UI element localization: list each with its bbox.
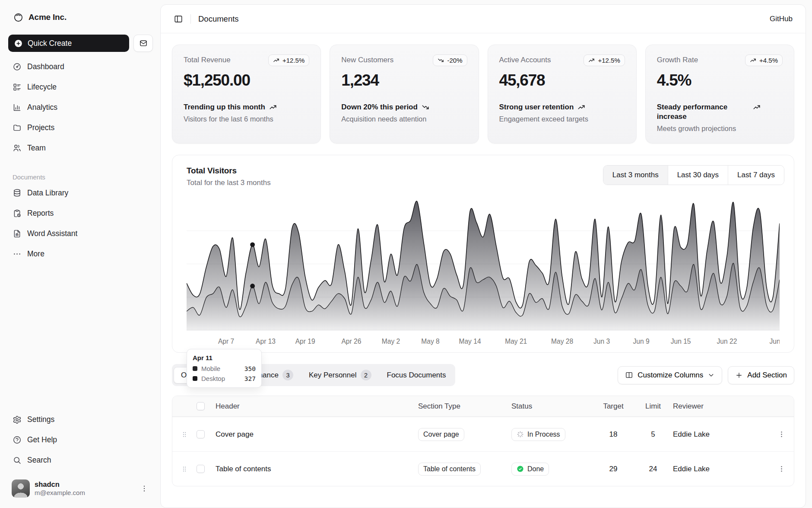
ellipsis-icon [13, 249, 22, 259]
sidebar-item-get-help[interactable]: Get Help [7, 431, 153, 449]
user-name: shadcn [35, 480, 85, 489]
sidebar-item-settings[interactable]: Settings [7, 411, 153, 428]
status-label: Done [527, 465, 544, 473]
limit-cell[interactable]: 5 [651, 430, 655, 439]
avatar [12, 479, 30, 498]
sidebar-item-label: Get Help [27, 435, 57, 444]
main-nav: Dashboard Lifecycle Analytics Projects T… [0, 58, 160, 157]
stat-value: 1,234 [341, 71, 467, 89]
trend-icon [588, 57, 595, 64]
plus-icon [735, 371, 743, 379]
inbox-button[interactable] [133, 35, 153, 52]
sidebar-item-label: Team [27, 144, 46, 153]
users-icon [13, 144, 22, 153]
stat-card-new-customers: New Customers -20% 1,234 Down 20% this p… [330, 45, 479, 144]
sidebar-item-label: More [27, 249, 44, 259]
trend-badge: +4.5% [745, 54, 783, 66]
stat-label: Active Accounts [499, 54, 551, 64]
row-checkbox[interactable] [197, 430, 205, 438]
stat-line1: Steady performance increase [657, 102, 749, 121]
sidebar-item-word-assistant[interactable]: w Word Assistant [7, 225, 153, 243]
table-row: Cover page Cover page In Process 18 5 Ed… [172, 417, 794, 451]
sidebar-item-projects[interactable]: Projects [7, 119, 153, 137]
svg-text:Jun 30: Jun 30 [770, 338, 780, 345]
target-cell[interactable]: 18 [609, 430, 618, 439]
tooltip-series-value: 327 [244, 375, 256, 382]
tab-key-personnel[interactable]: Key Personnel 2 [301, 366, 379, 384]
sidebar: Acme Inc. Quick Create Dashboard Lifecyc… [0, 0, 160, 508]
row-header-cell[interactable]: Cover page [216, 430, 418, 439]
trend-badge-value: +12.5% [598, 57, 620, 64]
table-header-row: Header Section Type Status Target Limit … [172, 396, 794, 417]
help-circle-icon [13, 435, 22, 444]
page-title: Documents [198, 14, 239, 24]
svg-text:Apr 26: Apr 26 [341, 338, 361, 345]
tooltip-series-name: Mobile [201, 365, 220, 372]
column-header: Status [511, 402, 593, 411]
status-badge: Done [511, 463, 549, 476]
range-last-3-months[interactable]: Last 3 months [603, 166, 668, 185]
svg-text:May 14: May 14 [459, 338, 481, 345]
sidebar-item-dashboard[interactable]: Dashboard [7, 58, 153, 76]
range-last-7-days[interactable]: Last 7 days [728, 166, 784, 185]
sidebar-item-label: Word Assistant [27, 229, 77, 238]
quick-create-button[interactable]: Quick Create [8, 35, 129, 52]
sidebar-item-more[interactable]: More [7, 245, 153, 263]
dots-vertical-icon[interactable] [140, 484, 149, 493]
footer-nav: Settings Get Help Search [0, 411, 160, 469]
chart-tooltip: Apr 11 Mobile 350 Desktop 327 [187, 349, 262, 388]
sidebar-toggle-button[interactable] [174, 14, 183, 24]
drag-handle-icon[interactable] [181, 431, 188, 438]
customize-columns-button[interactable]: Customize Columns [618, 366, 722, 384]
svg-text:w: w [16, 234, 18, 236]
range-last-30-days[interactable]: Last 30 days [668, 166, 728, 185]
svg-text:May 2: May 2 [382, 338, 400, 345]
database-icon [13, 189, 22, 198]
sidebar-item-data-library[interactable]: Data Library [7, 184, 153, 202]
svg-text:May 8: May 8 [421, 338, 439, 345]
visitors-area-chart[interactable]: Apr 7Apr 13Apr 19Apr 26May 2May 8May 14M… [187, 198, 780, 349]
status-label: In Process [527, 431, 560, 438]
sidebar-item-lifecycle[interactable]: Lifecycle [7, 78, 153, 96]
tab-focus-documents[interactable]: Focus Documents [380, 367, 454, 383]
column-header: Target [603, 402, 623, 411]
column-header: Section Type [418, 402, 511, 411]
sidebar-item-analytics[interactable]: Analytics [7, 99, 153, 116]
row-checkbox[interactable] [197, 465, 205, 473]
reviewer-cell[interactable]: Eddie Lake [673, 430, 769, 439]
trend-badge-value: -20% [447, 57, 462, 64]
status-badge: In Process [511, 428, 565, 441]
sidebar-item-label: Data Library [27, 189, 68, 198]
target-cell[interactable]: 29 [609, 465, 618, 473]
sidebar-item-search[interactable]: Search [7, 451, 153, 469]
user-email: m@example.com [35, 489, 85, 497]
customize-columns-label: Customize Columns [638, 371, 703, 380]
drag-handle-icon[interactable] [181, 465, 188, 473]
stat-value: $1,250.00 [184, 71, 309, 89]
stat-label: Total Revenue [184, 54, 231, 64]
stat-value: 4.5% [657, 71, 783, 89]
select-all-checkbox[interactable] [197, 402, 205, 410]
svg-text:Jun 9: Jun 9 [633, 338, 650, 345]
sidebar-item-team[interactable]: Team [7, 139, 153, 157]
add-section-button[interactable]: Add Section [728, 366, 794, 384]
row-header-cell[interactable]: Table of contents [216, 465, 418, 473]
github-link[interactable]: GitHub [770, 15, 793, 23]
svg-text:Jun 15: Jun 15 [671, 338, 691, 345]
status-icon [517, 465, 524, 473]
brand[interactable]: Acme Inc. [0, 6, 160, 26]
user-menu[interactable]: shadcn m@example.com [7, 476, 153, 501]
reviewer-cell[interactable]: Eddie Lake [673, 465, 769, 473]
row-actions-icon[interactable] [777, 465, 786, 473]
trend-icon [422, 102, 429, 111]
row-actions-icon[interactable] [777, 430, 786, 438]
quick-create-label: Quick Create [28, 39, 72, 48]
trend-icon [577, 102, 585, 111]
stat-label: New Customers [341, 54, 393, 64]
limit-cell[interactable]: 24 [649, 465, 657, 473]
header-divider [190, 14, 191, 24]
sidebar-item-reports[interactable]: Reports [7, 204, 153, 222]
tab-label: Focus Documents [387, 371, 446, 380]
report-icon [13, 209, 22, 218]
svg-text:Apr 19: Apr 19 [295, 338, 315, 345]
